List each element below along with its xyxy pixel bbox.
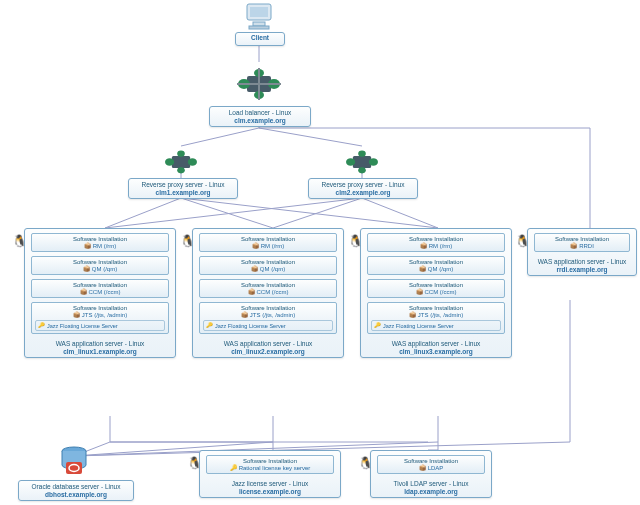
key-icon: 🔑: [206, 322, 213, 329]
install-box: Software Installation📦LDAP: [377, 455, 485, 474]
was2-host: clm_linux2.example.org: [193, 348, 343, 357]
license-server[interactable]: 🐧 Software Installation🔑Rational license…: [199, 450, 341, 498]
package-icon: 📦: [409, 311, 416, 318]
rp1-host: clm1.example.org: [129, 189, 237, 198]
package-icon: 📦: [241, 311, 248, 318]
package-icon: 📦: [252, 242, 259, 249]
package-icon: 📦: [420, 242, 427, 249]
key-icon: 🔑: [374, 322, 381, 329]
svg-rect-6: [253, 22, 265, 26]
package-icon: 📦: [419, 265, 426, 272]
was-server-1[interactable]: 🐧 Software Installation📦RM (/rm) Softwar…: [24, 228, 176, 358]
oracle-title: Oracle database server - Linux: [19, 481, 133, 491]
load-balancer-node[interactable]: Load balancer - Linux clm.example.org: [209, 106, 311, 127]
key-icon: 🔑: [38, 322, 45, 329]
svg-point-21: [346, 158, 355, 166]
reverse-proxy-node-2[interactable]: Reverse proxy server - Linux clm2.exampl…: [308, 178, 418, 199]
linux-icon: 🐧: [348, 235, 363, 247]
reverse-proxy-icon-2: [343, 148, 381, 176]
was-server-2[interactable]: 🐧 Software Installation📦RM (/rm) Softwar…: [192, 228, 344, 358]
install-box: Software Installation📦JTS (/jts, /admin)…: [367, 302, 505, 334]
svg-point-22: [369, 158, 378, 166]
rrdi-server[interactable]: 🐧 Software Installation📦RRDI WAS applica…: [527, 228, 637, 276]
svg-point-23: [358, 151, 366, 157]
svg-rect-7: [249, 26, 269, 29]
linux-icon: 🐧: [358, 457, 373, 469]
linux-icon: 🐧: [180, 235, 195, 247]
license-title: Jazz license server - Linux: [200, 478, 340, 488]
rp2-title: Reverse proxy server - Linux: [309, 179, 417, 189]
svg-point-17: [188, 158, 197, 166]
reverse-proxy-icon-1: [162, 148, 200, 176]
package-icon: 📦: [416, 288, 423, 295]
load-balancer-icon: [234, 66, 284, 102]
client-node[interactable]: Client: [235, 32, 285, 46]
svg-point-24: [358, 167, 366, 173]
reverse-proxy-node-1[interactable]: Reverse proxy server - Linux clm1.exampl…: [128, 178, 238, 199]
svg-rect-15: [172, 156, 190, 168]
linux-icon: 🐧: [187, 457, 202, 469]
package-icon: 📦: [84, 242, 91, 249]
was3-host: clm_linux3.example.org: [361, 348, 511, 357]
oracle-db-icon: [60, 446, 88, 478]
install-box: Software Installation📦RM (/rm): [367, 233, 505, 252]
svg-rect-5: [250, 7, 268, 17]
install-box: Software Installation📦CCM (/ccm): [367, 279, 505, 298]
install-box: Software Installation📦JTS (/jts, /admin)…: [31, 302, 169, 334]
install-box: Software Installation📦RRDI: [534, 233, 630, 252]
client-label: Client: [236, 33, 284, 42]
package-icon: 📦: [83, 265, 90, 272]
was1-host: clm_linux1.example.org: [25, 348, 175, 357]
oracle-db-node[interactable]: Oracle database server - Linux dbhost.ex…: [18, 480, 134, 501]
ldap-server[interactable]: 🐧 Software Installation📦LDAP Tivoli LDAP…: [370, 450, 492, 498]
rp1-title: Reverse proxy server - Linux: [129, 179, 237, 189]
install-box: Software Installation📦CCM (/ccm): [199, 279, 337, 298]
install-box: Software Installation📦QM (/qm): [31, 256, 169, 275]
install-box: Software Installation📦RM (/rm): [31, 233, 169, 252]
key-icon: 🔑: [230, 464, 237, 471]
linux-icon: 🐧: [12, 235, 27, 247]
rrdi-host: rrdi.example.org: [528, 266, 636, 275]
package-icon: 📦: [251, 265, 258, 272]
install-box: Software Installation📦JTS (/jts, /admin)…: [199, 302, 337, 334]
install-box: Software Installation📦RM (/rm): [199, 233, 337, 252]
install-box: Software Installation📦CCM (/ccm): [31, 279, 169, 298]
svg-point-16: [165, 158, 174, 166]
package-icon: 📦: [80, 288, 87, 295]
was-server-3[interactable]: 🐧 Software Installation📦RM (/rm) Softwar…: [360, 228, 512, 358]
was1-title: WAS application server - Linux: [25, 338, 175, 348]
svg-point-19: [177, 167, 185, 173]
linux-icon: 🐧: [515, 235, 530, 247]
lb-host: clm.example.org: [210, 117, 310, 126]
ldap-title: Tivoli LDAP server - Linux: [371, 478, 491, 488]
install-box: Software Installation📦QM (/qm): [367, 256, 505, 275]
was2-title: WAS application server - Linux: [193, 338, 343, 348]
package-icon: 📦: [248, 288, 255, 295]
install-box: Software Installation📦QM (/qm): [199, 256, 337, 275]
license-host: license.example.org: [200, 488, 340, 497]
install-box: Software Installation🔑Rational license k…: [206, 455, 334, 474]
package-icon: 📦: [73, 311, 80, 318]
lb-title: Load balancer - Linux: [210, 107, 310, 117]
svg-rect-20: [353, 156, 371, 168]
oracle-host: dbhost.example.org: [19, 491, 133, 500]
package-icon: 📦: [570, 242, 577, 249]
rp2-host: clm2.example.org: [309, 189, 417, 198]
client-icon: [241, 2, 277, 32]
rrdi-title: WAS application server - Linux: [528, 256, 636, 266]
svg-point-18: [177, 151, 185, 157]
ldap-host: ldap.example.org: [371, 488, 491, 497]
package-icon: 📦: [419, 464, 426, 471]
was3-title: WAS application server - Linux: [361, 338, 511, 348]
